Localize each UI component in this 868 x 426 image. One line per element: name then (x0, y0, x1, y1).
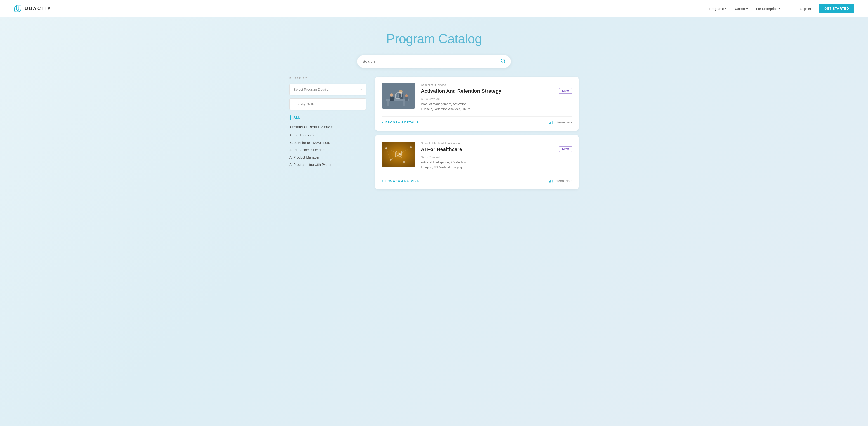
program-details-button-business[interactable]: + PROGRAM DETAILS (381, 121, 419, 124)
search-button[interactable] (500, 58, 505, 65)
enterprise-chevron-icon: ▾ (778, 6, 780, 11)
programs-nav-link[interactable]: Programs ▾ (709, 6, 727, 11)
card-top: School of Business Activation And Retent… (381, 83, 572, 112)
career-nav-link[interactable]: Career ▾ (735, 6, 748, 11)
card-title-row-ai: AI For Healthcare NEW (421, 146, 572, 153)
svg-rect-28 (552, 180, 553, 183)
svg-rect-9 (390, 96, 394, 101)
card-footer-business: + PROGRAM DETAILS Intermediate (381, 117, 572, 124)
active-indicator (290, 115, 291, 120)
search-container (0, 55, 868, 77)
card-top-ai: School of Artificial Intelligence AI For… (381, 142, 572, 170)
card-thumbnail-ai (381, 142, 415, 167)
svg-rect-5 (403, 101, 405, 106)
skills-label-business: Skills Covered (421, 97, 572, 101)
logo-text: UDACITY (24, 6, 51, 11)
sidebar-item-ai-business[interactable]: AI for Business Leaders (289, 146, 366, 154)
skills-label-ai: Skills Covered (421, 156, 572, 159)
difficulty-badge-business: Intermediate (549, 120, 572, 124)
get-started-button[interactable]: GET STARTED (819, 4, 855, 13)
new-badge-ai: NEW (559, 146, 572, 152)
business-thumbnail-image (381, 83, 415, 109)
plus-icon: + (381, 121, 383, 124)
filter-by-label: FILTER BY (289, 77, 366, 80)
svg-point-21 (385, 147, 387, 149)
card-school-business: School of Business (421, 83, 572, 87)
search-icon (500, 58, 505, 63)
plus-icon-ai: + (381, 179, 383, 182)
card-title-row-business: Activation And Retention Strategy NEW (421, 88, 572, 94)
bar-chart-icon (549, 120, 553, 124)
nav-divider (790, 5, 790, 12)
sidebar-item-ai-python[interactable]: AI Programming with Python (289, 161, 366, 169)
category-nav: ALL ARTIFICIAL INTELLIGENCE AI for Healt… (289, 115, 366, 169)
enterprise-nav-link[interactable]: For Enterprise ▾ (756, 6, 780, 11)
card-title-ai: AI For Healthcare (421, 146, 462, 153)
sidebar-item-ai-product-manager[interactable]: AI Product Manager (289, 154, 366, 161)
skills-text-ai: Artificial Intelligence, 2D MedicalImagi… (421, 160, 572, 170)
svg-rect-26 (549, 181, 550, 182)
sidebar-item-ai-healthcare[interactable]: AI for Healthcare (289, 131, 366, 139)
svg-rect-13 (550, 122, 551, 124)
card-footer-ai: + PROGRAM DETAILS Intermediate (381, 175, 572, 183)
search-input[interactable] (363, 59, 500, 64)
ai-category-heading: ARTIFICIAL INTELLIGENCE (289, 126, 366, 129)
sidebar-item-edge-ai[interactable]: Edge AI for IoT Developers (289, 139, 366, 147)
program-details-button-ai[interactable]: + PROGRAM DETAILS (381, 179, 419, 182)
card-title-business: Activation And Retention Strategy (421, 88, 501, 94)
svg-point-6 (399, 90, 403, 94)
skills-text-business: Product Management, ActivationFunnels, R… (421, 101, 572, 112)
difficulty-badge-ai: Intermediate (549, 179, 572, 183)
udacity-logo-icon (13, 4, 22, 13)
ai-thumbnail-image (381, 142, 415, 167)
sidebar: FILTER BY Select Program Details ▾ Indus… (289, 77, 366, 189)
industry-skills-dropdown[interactable]: Industry Skills ▾ (289, 98, 366, 110)
card-thumbnail-business (381, 83, 415, 109)
svg-rect-12 (549, 123, 550, 124)
card-info-business: School of Business Activation And Retent… (421, 83, 572, 112)
programs-chevron-icon: ▾ (725, 6, 727, 11)
ai-category-section: ARTIFICIAL INTELLIGENCE AI for Healthcar… (289, 126, 366, 169)
svg-point-23 (410, 146, 412, 148)
program-card-ai: School of Artificial Intelligence AI For… (375, 135, 579, 189)
hero-section: Program Catalog (0, 18, 868, 55)
navigation: UDACITY Programs ▾ Career ▾ For Enterpri… (0, 0, 868, 18)
svg-point-25 (390, 159, 392, 160)
svg-rect-14 (552, 121, 553, 124)
search-box (357, 55, 511, 68)
career-chevron-icon: ▾ (746, 6, 748, 11)
sign-in-button[interactable]: Sign In (800, 7, 811, 11)
card-info-ai: School of Artificial Intelligence AI For… (421, 142, 572, 170)
cards-area: School of Business Activation And Retent… (375, 77, 579, 189)
svg-point-24 (403, 161, 405, 163)
svg-rect-27 (550, 180, 551, 183)
svg-line-1 (504, 62, 505, 63)
card-school-ai: School of Artificial Intelligence (421, 142, 572, 145)
all-filter-link[interactable]: ALL (289, 115, 366, 120)
bar-chart-icon-ai (549, 179, 553, 183)
industry-skills-chevron-icon: ▾ (360, 102, 362, 106)
program-details-chevron-icon: ▾ (360, 88, 362, 91)
svg-point-10 (405, 94, 408, 97)
logo[interactable]: UDACITY (13, 4, 51, 13)
svg-rect-11 (405, 97, 408, 101)
new-badge-business: NEW (559, 88, 572, 94)
nav-links: Programs ▾ Career ▾ For Enterprise ▾ Sig… (709, 4, 855, 13)
svg-point-8 (390, 93, 393, 96)
main-content: FILTER BY Select Program Details ▾ Indus… (276, 77, 592, 203)
program-card-business: School of Business Activation And Retent… (375, 77, 579, 131)
svg-rect-4 (387, 101, 389, 106)
program-details-dropdown[interactable]: Select Program Details ▾ (289, 84, 366, 95)
page-title: Program Catalog (4, 31, 864, 46)
